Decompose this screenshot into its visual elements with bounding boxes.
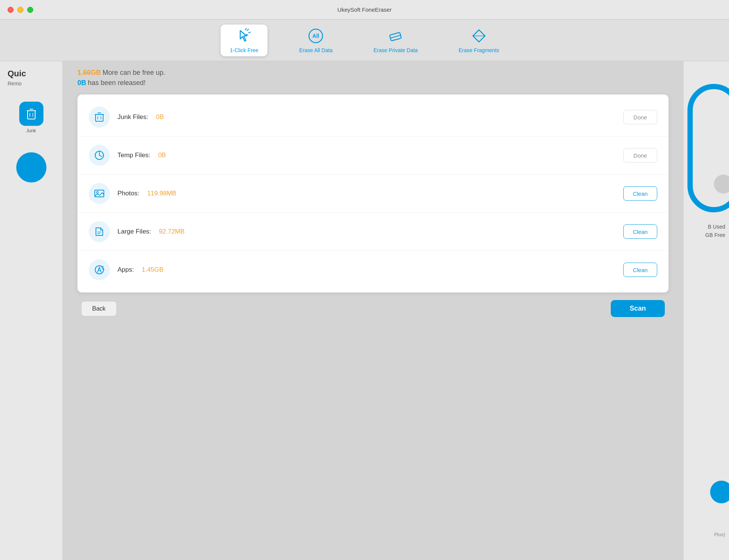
apps-row: Apps: 1.45GB Clean: [77, 251, 669, 289]
photos-button[interactable]: Clean: [623, 186, 657, 201]
erase-all-icon: All: [307, 28, 324, 44]
temp-files-row: Temp Files: 0B Done: [77, 136, 669, 175]
large-files-button[interactable]: Clean: [623, 224, 657, 239]
back-button[interactable]: Back: [81, 301, 117, 316]
sidebar-title: Quic: [0, 69, 26, 79]
traffic-lights: [8, 7, 33, 13]
apps-label: Apps: 1.45GB: [117, 266, 616, 274]
sidebar-subtitle: Remo: [0, 80, 22, 87]
right-stats: B Used GB Free: [705, 224, 725, 238]
svg-text:All: All: [312, 33, 319, 39]
file-list-card: Junk Files: 0B Done Temp: [77, 94, 669, 292]
free-text: More can be free up.: [103, 69, 165, 76]
released-text: has been released!: [88, 79, 145, 87]
sidebar-junk-icon: [19, 102, 43, 126]
svg-line-3: [246, 28, 246, 30]
app-title: UkeySoft FoneEraser: [337, 6, 391, 13]
close-button[interactable]: [8, 7, 14, 13]
tab-erase-private-label: Erase Private Data: [374, 47, 418, 53]
minimize-button[interactable]: [17, 7, 23, 13]
upgrade-text: Plus): [714, 532, 725, 537]
main-area: Quic Remo Junk 1.66GB More can be free u…: [0, 61, 729, 560]
temp-files-button[interactable]: Done: [623, 148, 657, 162]
photos-label: Photos: 119.98MB: [117, 190, 616, 197]
svg-line-1: [249, 32, 250, 33]
temp-files-label: Temp Files: 0B: [117, 152, 616, 159]
tab-erase-private[interactable]: Erase Private Data: [364, 25, 427, 56]
tab-erase-fragments[interactable]: Erase Fragments: [449, 25, 508, 56]
stat-used: B Used: [705, 224, 725, 230]
erase-private-icon: [387, 28, 404, 44]
tab-erase-fragments-label: Erase Fragments: [459, 47, 499, 53]
tab-erase-all[interactable]: All Erase All Data: [290, 25, 342, 56]
svg-point-19: [103, 155, 104, 156]
large-files-icon: [89, 221, 110, 242]
one-click-icon: [236, 28, 252, 44]
stat-free: GB Free: [705, 232, 725, 238]
released-size: 0B: [77, 79, 86, 87]
svg-point-20: [95, 155, 96, 156]
svg-line-7: [390, 35, 401, 38]
photos-row: Photos: 119.98MB Clean: [77, 175, 669, 213]
tab-bar: 1-Click Free All Erase All Data Erase Pr…: [0, 20, 729, 61]
sidebar-action-button[interactable]: [16, 152, 46, 183]
svg-point-18: [99, 151, 100, 152]
junk-files-icon: [89, 107, 110, 128]
size-line: 1.66GB More can be free up.: [77, 69, 669, 77]
apps-button[interactable]: Clean: [623, 263, 657, 277]
junk-files-label: Junk Files: 0B: [117, 113, 616, 121]
svg-line-2: [246, 34, 248, 35]
svg-rect-13: [96, 114, 103, 121]
maximize-button[interactable]: [27, 7, 33, 13]
photos-icon: [89, 183, 110, 204]
temp-files-icon: [89, 145, 110, 166]
title-bar: UkeySoft FoneEraser: [0, 0, 729, 20]
junk-files-row: Junk Files: 0B Done: [77, 98, 669, 136]
large-files-label: Large Files: 92.72MB: [117, 228, 616, 235]
free-size: 1.66GB: [77, 69, 101, 76]
svg-point-22: [97, 192, 99, 193]
apps-icon: [89, 259, 110, 280]
svg-rect-9: [28, 111, 35, 119]
right-panel: B Used GB Free Plus): [684, 61, 729, 560]
tab-one-click-label: 1-Click Free: [230, 47, 258, 53]
left-sidebar: Quic Remo Junk: [0, 61, 62, 560]
info-bar: 1.66GB More can be free up. 0B has been …: [77, 69, 669, 87]
svg-line-0: [247, 29, 249, 31]
svg-line-28: [102, 269, 104, 269]
tab-one-click-free[interactable]: 1-Click Free: [221, 25, 267, 56]
scan-button[interactable]: Scan: [611, 300, 665, 317]
released-line: 0B has been released!: [77, 79, 669, 87]
bottom-bar: Back Scan: [77, 300, 669, 317]
erase-fragments-icon: [471, 28, 487, 44]
junk-files-button[interactable]: Done: [623, 110, 657, 124]
sidebar-junk-item[interactable]: Junk: [19, 102, 43, 133]
sidebar-junk-label: Junk: [26, 128, 36, 133]
large-files-row: Large Files: 92.72MB Clean: [77, 213, 669, 251]
tab-erase-all-label: Erase All Data: [299, 47, 333, 53]
center-panel: 1.66GB More can be free up. 0B has been …: [62, 61, 684, 560]
right-action-button[interactable]: [710, 481, 729, 503]
